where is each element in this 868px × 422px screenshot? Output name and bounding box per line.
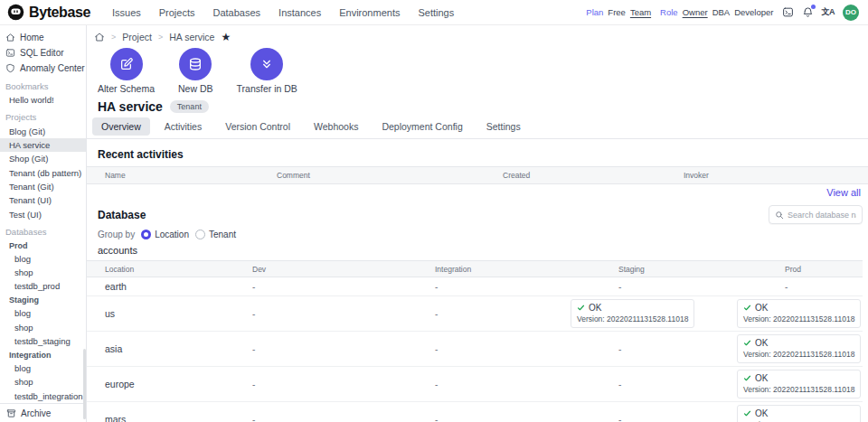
table-row-mars[interactable]: mars---OKVersion: 20220211131528.11018 (87, 402, 863, 422)
search-input[interactable] (788, 211, 856, 220)
sidebar-item-archive[interactable]: Archive (0, 403, 86, 422)
sidebar-item-prod-shop[interactable]: shop (0, 266, 86, 279)
sidebar-item-blog-git[interactable]: Blog (Git) (0, 124, 86, 137)
favorite-star-icon[interactable]: ★ (221, 33, 231, 42)
language-icon[interactable]: 文A (822, 6, 835, 18)
sidebar-item-staging-testdb-staging[interactable]: testdb_staging (0, 334, 86, 348)
sidebar-group-staging: Staging (0, 294, 86, 307)
home-icon[interactable] (94, 32, 105, 42)
nav-meta-dba[interactable]: DBA (712, 7, 731, 17)
tab-settings[interactable]: Settings (477, 117, 530, 136)
empty-cell: - (417, 344, 600, 354)
sidebar-item-anomaly-center[interactable]: Anomaly Center (0, 61, 86, 76)
table-row-us[interactable]: us--OKVersion: 20220211131528.11018OKVer… (87, 296, 863, 332)
shield-icon (5, 63, 15, 73)
status-cell: OKVersion: 20220211131528.11018 (767, 367, 863, 401)
tab-deployment-config[interactable]: Deployment Config (373, 117, 471, 136)
avatar[interactable]: DO (843, 5, 859, 21)
column-staging: Staging (600, 265, 767, 274)
console-icon[interactable] (782, 6, 794, 18)
sidebar-item-prod-blog[interactable]: blog (0, 252, 86, 266)
status-box[interactable]: OKVersion: 20220211131528.11018 (571, 299, 694, 328)
database-search[interactable] (769, 205, 863, 224)
nav-meta-team[interactable]: Team (630, 7, 651, 17)
sidebar-item-integration-shop[interactable]: shop (0, 375, 86, 389)
sidebar-item-integration-testdb-integration[interactable]: testdb_integration (0, 389, 86, 403)
status-line: OK (577, 303, 688, 313)
sidebar-scrollbar[interactable] (83, 349, 86, 419)
sidebar-item-home[interactable]: Home (0, 30, 86, 45)
sidebar-item-sql-editor[interactable]: SQL Editor (0, 45, 86, 61)
tab-bar: OverviewActivitiesVersion ControlWebhook… (87, 117, 868, 139)
sidebar-item-integration-blog[interactable]: blog (0, 361, 86, 375)
breadcrumb-project[interactable]: Project (122, 32, 152, 42)
check-icon (577, 304, 585, 312)
sidebar-group-integration: Integration (0, 348, 86, 361)
sidebar-item-ha-service[interactable]: HA service (0, 138, 86, 152)
nav-item-environments[interactable]: Environments (339, 7, 400, 18)
nav-item-issues[interactable]: Issues (112, 7, 141, 18)
nav-meta-free[interactable]: Free (608, 7, 626, 17)
sidebar-item-staging-shop[interactable]: shop (0, 321, 86, 334)
nav-right: PlanFreeTeamRoleOwnerDBADeveloper 文A DO (586, 5, 859, 21)
status-box[interactable]: OKVersion: 20220211131528.11018 (737, 334, 861, 363)
tab-webhooks[interactable]: Webhooks (305, 117, 367, 136)
nav-item-settings[interactable]: Settings (418, 7, 454, 18)
nav-meta-developer[interactable]: Developer (734, 7, 773, 17)
database-table-body: earth----us--OKVersion: 20220211131528.1… (87, 277, 863, 422)
nav-meta-owner[interactable]: Owner (683, 7, 708, 17)
status-text: OK (755, 373, 768, 383)
radio-tenant[interactable]: Tenant (195, 230, 236, 239)
nav-item-projects[interactable]: Projects (159, 7, 195, 18)
empty-cell: - (234, 415, 417, 422)
brand[interactable]: Bytebase (7, 4, 90, 21)
sidebar-item-test-ui[interactable]: Test (UI) (0, 208, 86, 221)
empty-cell: - (600, 282, 767, 292)
check-icon (743, 374, 751, 382)
sidebar-item-staging-blog[interactable]: blog (0, 306, 86, 320)
sidebar-item-tenant-git[interactable]: Tenant (Git) (0, 180, 86, 193)
sidebar-item-prod-testdb-prod[interactable]: testdb_prod (0, 279, 86, 293)
check-icon (743, 409, 751, 417)
nav-meta-plan[interactable]: Plan (586, 7, 603, 17)
status-box[interactable]: OKVersion: 20220211131528.11018 (737, 405, 861, 422)
bell-icon[interactable] (802, 6, 814, 18)
nav-meta-role[interactable]: Role (660, 7, 678, 17)
sidebar-item-tenant-ui[interactable]: Tenant (UI) (0, 193, 86, 207)
table-row-europe[interactable]: europe---OKVersion: 20220211131528.11018 (87, 367, 863, 402)
sidebar-item-label: Home (20, 33, 44, 42)
title-row: HA service Tenant (98, 98, 868, 115)
tab-activities[interactable]: Activities (156, 117, 211, 136)
breadcrumb-ha-service[interactable]: HA service (169, 32, 214, 42)
table-row-earth[interactable]: earth---- (87, 277, 863, 296)
breadcrumb-separator: > (158, 33, 163, 42)
search-icon (775, 211, 784, 220)
sidebar-item-hello-world[interactable]: Hello world! (0, 93, 86, 107)
tab-version-control[interactable]: Version Control (216, 117, 299, 136)
home-icon (5, 33, 15, 42)
tab-overview[interactable]: Overview (92, 117, 150, 136)
radio-location[interactable]: Location (141, 230, 189, 239)
main-panel: >Project>HA service ★ Alter SchemaNew DB… (87, 25, 868, 422)
row-name: asia (87, 343, 234, 354)
main-nav: IssuesProjectsDatabasesInstancesEnvironm… (112, 7, 454, 18)
database-icon (179, 48, 212, 80)
column-location: Location (87, 265, 234, 274)
action-alter-schema[interactable]: Alter Schema (98, 48, 155, 94)
terminal-icon (5, 48, 15, 58)
sidebar-item-tenant-db-pattern[interactable]: Tenant (db pattern) (0, 166, 86, 180)
tenant-badge: Tenant (170, 100, 209, 113)
view-all-link[interactable]: View all (87, 187, 861, 198)
row-name: earth (87, 281, 234, 292)
sidebar-item-shop-git[interactable]: Shop (Git) (0, 152, 86, 165)
status-box[interactable]: OKVersion: 20220211131528.11018 (737, 299, 861, 328)
nav-item-instances[interactable]: Instances (278, 7, 321, 18)
action-new-db[interactable]: New DB (178, 48, 213, 94)
empty-cell: - (417, 282, 600, 292)
recent-activities-heading: Recent activities (98, 148, 868, 161)
status-box[interactable]: OKVersion: 20220211131528.11018 (737, 370, 861, 399)
nav-item-databases[interactable]: Databases (213, 7, 261, 18)
action-transfer-in-db[interactable]: Transfer in DB (237, 48, 297, 94)
table-row-asia[interactable]: asia---OKVersion: 20220211131528.11018 (87, 332, 863, 367)
row-name: us (87, 308, 234, 319)
